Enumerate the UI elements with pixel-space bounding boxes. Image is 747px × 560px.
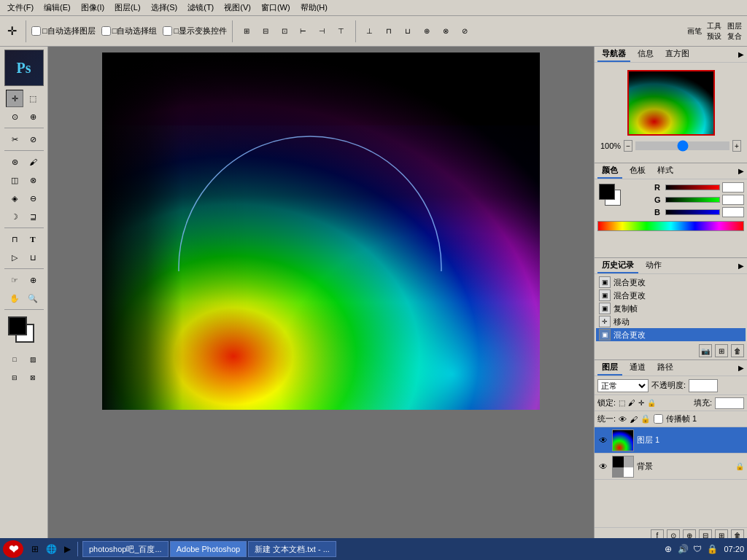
layer-item-bg[interactable]: 👁 背景 🔒 [595, 454, 747, 480]
slice-tool[interactable]: ⊘ [24, 131, 42, 148]
path-tool[interactable]: ▷ [6, 249, 23, 266]
tab-navigator[interactable]: 导航器 [597, 47, 630, 62]
tab-layers[interactable]: 图层 [597, 360, 622, 376]
lock-position-icon[interactable]: ✛ [638, 399, 644, 407]
navigator-panel-arrow[interactable]: ▶ [738, 50, 744, 58]
tab-actions[interactable]: 动作 [641, 258, 666, 273]
standard-mode-btn[interactable]: □ [6, 351, 23, 368]
history-panel-arrow[interactable]: ▶ [738, 262, 744, 270]
nav-zoom-out-btn[interactable]: − [624, 140, 632, 152]
align-vert-button[interactable]: ⊟ [257, 23, 274, 40]
shape-tool[interactable]: ⊔ [24, 249, 42, 266]
notes-tool[interactable]: ☞ [6, 271, 23, 289]
taskbar-photoshop-bar-btn[interactable]: photoshop吧_百度... [82, 541, 169, 557]
dist-vert-button[interactable]: ⊓ [380, 23, 398, 40]
healing-tool[interactable]: ⊛ [6, 153, 23, 171]
tab-color[interactable]: 颜色 [597, 163, 622, 179]
color-spectrum-bar[interactable] [597, 221, 744, 231]
stamp-tool[interactable]: ◫ [6, 171, 23, 189]
align-left-button[interactable]: ⊢ [295, 23, 312, 40]
show-transform-checkbox[interactable] [163, 26, 172, 36]
dist-right-button[interactable]: ⊘ [456, 23, 473, 40]
auto-select-group-label[interactable]: □自动选择组 [101, 26, 158, 36]
unify-eye-icon[interactable]: 👁 [619, 415, 627, 424]
layer-comps-btn[interactable]: 图层复合 [727, 23, 744, 40]
tab-histogram[interactable]: 直方图 [661, 47, 694, 62]
auto-select-layer-checkbox[interactable] [31, 26, 41, 36]
tab-history[interactable]: 历史记录 [597, 258, 638, 273]
propagate-checkbox[interactable] [654, 414, 663, 424]
lock-transparent-icon[interactable]: ⬚ [619, 399, 625, 407]
move-tool-button[interactable]: ✛ [3, 23, 20, 40]
show-transform-label[interactable]: □显示变换控件 [163, 26, 227, 36]
quick-mask-btn[interactable]: ▨ [24, 351, 42, 368]
menu-filter[interactable]: 滤镜(T) [183, 1, 218, 15]
dist-bottom-button[interactable]: ⊔ [399, 23, 417, 40]
tab-swatches[interactable]: 色板 [625, 163, 650, 179]
hand-tool[interactable]: ✋ [6, 289, 23, 307]
fg-color-box[interactable] [599, 184, 615, 200]
menu-image[interactable]: 图像(I) [77, 1, 109, 15]
auto-select-layer-label[interactable]: □自动选择图层 [31, 26, 96, 36]
eyedropper-tool[interactable]: ⊕ [24, 271, 42, 289]
taskbar-ps-btn[interactable]: Adobe Photoshop [170, 541, 247, 557]
tab-info[interactable]: 信息 [633, 47, 658, 62]
menu-select[interactable]: 选择(S) [147, 1, 182, 15]
quick-browser-btn[interactable]: 🌐 [44, 542, 58, 556]
lock-all-icon[interactable]: 🔒 [647, 399, 656, 407]
layer-bg-visibility-icon[interactable]: 👁 [597, 461, 609, 472]
layers-panel-arrow[interactable]: ▶ [738, 364, 744, 372]
tab-paths[interactable]: 路径 [653, 360, 678, 376]
menu-window[interactable]: 窗口(W) [257, 1, 295, 15]
dist-left-button[interactable]: ⊕ [418, 23, 436, 40]
menu-help[interactable]: 帮助(H) [296, 1, 332, 15]
quick-desktop-btn[interactable]: ⊞ [28, 542, 42, 556]
quick-media-btn[interactable]: ▶ [60, 542, 74, 556]
pen-tool[interactable]: ⊓ [6, 230, 23, 248]
align-right-button[interactable]: ⊤ [333, 23, 350, 40]
start-button[interactable]: ❤ [3, 540, 23, 558]
jump-to-btn[interactable]: ⊠ [24, 369, 42, 386]
b-value-input[interactable]: 255 [722, 207, 744, 217]
g-value-input[interactable]: 255 [722, 195, 744, 205]
blur-tool[interactable]: ☽ [6, 208, 23, 225]
history-new-snapshot-btn[interactable]: 📷 [699, 344, 712, 357]
auto-select-group-checkbox[interactable] [101, 26, 111, 36]
crop-tool[interactable]: ✂ [6, 131, 23, 148]
history-item-5[interactable]: ▣ 混合更改 [596, 328, 746, 341]
history-item-4[interactable]: ✛ 移动 [596, 315, 746, 328]
taskbar-notepad-btn[interactable]: 新建 文本文档.txt - ... [248, 541, 336, 557]
brush-tool[interactable]: 🖌 [24, 153, 42, 171]
foreground-color-swatch[interactable] [8, 316, 27, 335]
history-delete-btn[interactable]: 🗑 [731, 344, 744, 357]
screen-mode-btn[interactable]: ⊟ [6, 369, 23, 386]
tab-styles[interactable]: 样式 [653, 163, 678, 179]
unify-brush-icon[interactable]: 🖌 [630, 415, 638, 424]
unify-lock-icon[interactable]: 🔒 [640, 414, 651, 424]
eraser-tool[interactable]: ◈ [6, 190, 23, 207]
brush-presets-btn[interactable]: 画笔 [686, 23, 703, 40]
zoom-tool[interactable]: 🔍 [24, 289, 42, 307]
history-item-1[interactable]: ▣ 混合更改 [596, 276, 746, 289]
gradient-tool[interactable]: ⊖ [24, 190, 42, 207]
nav-zoom-in-btn[interactable]: + [732, 140, 741, 152]
history-item-3[interactable]: ▣ 复制帧 [596, 302, 746, 315]
align-center-button[interactable]: ⊣ [314, 23, 331, 40]
r-value-input[interactable]: 255 [722, 182, 744, 192]
tool-presets-btn[interactable]: 工具预设 [706, 23, 724, 40]
menu-file[interactable]: 文件(F) [3, 1, 38, 15]
align-bottom-button[interactable]: ⊡ [276, 23, 293, 40]
dist-center-button[interactable]: ⊗ [437, 23, 454, 40]
dodge-tool[interactable]: ⊒ [24, 208, 42, 225]
menu-edit[interactable]: 编辑(E) [39, 1, 75, 15]
history-new-doc-btn[interactable]: ⊞ [715, 344, 728, 357]
fill-input[interactable]: 100% [715, 397, 744, 409]
layer-blend-mode-select[interactable]: 正常 [597, 379, 649, 392]
tab-channels[interactable]: 通道 [625, 360, 650, 376]
lasso-tool[interactable]: ⊙ [6, 108, 23, 125]
text-tool[interactable]: T [24, 230, 42, 248]
menu-view[interactable]: 视图(V) [220, 1, 255, 15]
color-panel-arrow[interactable]: ▶ [738, 167, 744, 175]
dist-top-button[interactable]: ⊥ [361, 23, 379, 40]
align-top-button[interactable]: ⊞ [238, 23, 255, 40]
